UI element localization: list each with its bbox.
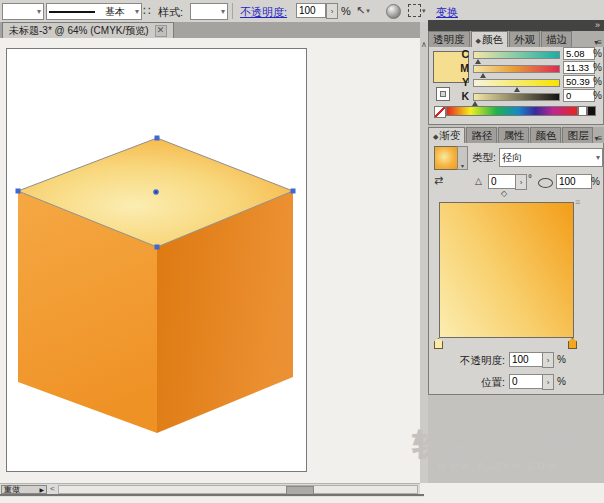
gradient-midpoint-icon[interactable]: ◇ — [501, 189, 507, 198]
cursor-icon: ↖ — [356, 4, 365, 17]
collapse-up-icon[interactable]: ∧ — [420, 40, 428, 49]
gradient-type-select[interactable]: 径向 ▾ — [499, 148, 603, 167]
stroke-profile-select[interactable]: ▾ — [2, 3, 44, 20]
gradient-swatch-thumbnail[interactable] — [434, 146, 458, 170]
horizontal-scrollbar[interactable] — [58, 485, 418, 494]
unit-c: % — [593, 48, 602, 59]
stop-location-input[interactable] — [509, 374, 543, 389]
gradient-stop-left[interactable] — [434, 338, 443, 349]
slider-k[interactable] — [473, 93, 560, 101]
channel-label-m: M — [457, 62, 469, 74]
value-m-input[interactable] — [563, 61, 595, 74]
tab-gradient[interactable]: ◆渐变 — [428, 127, 465, 143]
tab-color[interactable]: ◆颜色 — [471, 31, 508, 47]
aspect-unit: % — [591, 176, 600, 187]
document-tab-bar: 未标题-3* @ 64% (CMYK/预览) ✕ — [0, 22, 420, 38]
tab-pathfinder[interactable]: 路径 — [466, 127, 497, 143]
anchor-point-left[interactable] — [16, 189, 21, 194]
stroke-preview-line — [49, 11, 95, 13]
value-c-input[interactable] — [563, 47, 595, 60]
angle-input[interactable] — [488, 174, 516, 189]
channel-label-k: K — [457, 90, 469, 102]
tab-layers[interactable]: 图层 — [562, 127, 593, 143]
align-box-icon — [408, 4, 421, 17]
color-panel-content: C % M % Y % K % — [428, 47, 604, 125]
close-icon[interactable]: ✕ — [155, 25, 167, 37]
proportions-icon[interactable]: ∷ — [143, 4, 151, 18]
dock-gutter: ∧ — [420, 22, 428, 483]
anchor-point-top[interactable] — [155, 136, 160, 141]
value-y-input[interactable] — [563, 75, 595, 88]
brush-label: 基本 — [105, 5, 125, 19]
chevron-down-icon: ▾ — [135, 7, 139, 16]
tab-stroke[interactable]: 描边 — [541, 31, 572, 47]
chevron-down-icon: ▾ — [366, 7, 370, 15]
style-select[interactable]: ▾ — [190, 3, 228, 20]
angle-spinner[interactable]: › — [515, 174, 527, 190]
scroll-left-icon[interactable]: < — [50, 484, 55, 493]
color-panel-tabs: 透明度 ◆颜色 外观 描边 ▾≡ — [428, 31, 604, 48]
chevron-down-icon: ▾ — [596, 153, 600, 162]
opacity-spinner[interactable]: › — [326, 3, 338, 19]
channel-label-c: C — [457, 48, 469, 60]
opacity-input[interactable] — [296, 3, 326, 18]
gradient-type-value: 径向 — [502, 151, 522, 165]
gradient-stop-right[interactable] — [568, 338, 577, 349]
tab-attributes[interactable]: 属性 — [498, 127, 529, 143]
collapse-to-icons-icon[interactable]: » — [595, 20, 600, 30]
angle-unit: ° — [528, 173, 532, 184]
status-display[interactable]: 重做 ▶ — [1, 485, 47, 494]
black-swatch[interactable] — [587, 106, 596, 116]
anchor-point-bottom[interactable] — [155, 245, 160, 250]
stop-opacity-spinner[interactable]: › — [542, 352, 554, 368]
anchor-point-right[interactable] — [291, 189, 296, 194]
white-swatch[interactable] — [578, 106, 587, 116]
recolor-artwork-button[interactable] — [386, 4, 401, 19]
align-button[interactable]: ▾ — [408, 4, 426, 17]
illustrator-window: ▾ 基本 ▾ ∷ 样式: ▾ 不透明度: › % ↖ ▾ ▾ 变换 — [0, 0, 604, 503]
stop-location-unit: % — [557, 376, 566, 387]
unit-k: % — [593, 90, 602, 101]
slider-m-thumb[interactable] — [480, 70, 486, 78]
stroke-swatch-hole — [440, 91, 446, 97]
chevron-down-icon: ▾ — [221, 7, 225, 16]
stroke-swatch[interactable] — [436, 87, 450, 101]
stop-opacity-input[interactable] — [509, 352, 543, 367]
toolbar-separator — [232, 3, 233, 19]
tab-color-2[interactable]: 颜色 — [530, 127, 561, 143]
tab-transparency[interactable]: 透明度 — [428, 31, 470, 47]
value-k-input[interactable] — [563, 89, 595, 102]
slider-k-thumb[interactable] — [472, 98, 478, 106]
color-spectrum-bar[interactable] — [446, 106, 578, 116]
brush-definition-select[interactable]: 基本 ▾ — [46, 3, 142, 20]
gradient-slider-bar[interactable] — [439, 202, 574, 338]
select-similar-button[interactable]: ↖ ▾ — [356, 4, 370, 17]
style-label: 样式: — [158, 5, 183, 20]
slider-y-thumb[interactable] — [514, 84, 520, 92]
slider-c-thumb[interactable] — [475, 56, 481, 64]
gradient-swatch-menu[interactable]: ▾ — [457, 146, 468, 170]
reverse-gradient-icon[interactable]: ⇄ — [434, 174, 443, 187]
opacity-link[interactable]: 不透明度: — [240, 5, 287, 20]
gradient-panel-content: ▾ 类型: 径向 ▾ ⇄ △ › ° % ◇ ≡ 不透明度: › % 位置 — [428, 143, 604, 395]
slider-y[interactable] — [473, 79, 560, 87]
flyout-icon[interactable]: ▶ — [39, 486, 44, 493]
stop-location-spinner[interactable]: › — [542, 374, 554, 390]
transform-link[interactable]: 变换 — [436, 5, 458, 20]
recolor-sphere-icon — [386, 4, 401, 19]
slider-m[interactable] — [473, 65, 560, 73]
aspect-input[interactable] — [556, 174, 592, 189]
panel-menu-icon[interactable]: ▾≡ — [594, 38, 604, 47]
document-tab[interactable]: 未标题-3* @ 64% (CMYK/预览) ✕ — [2, 22, 174, 39]
panel-menu-icon[interactable]: ▾≡ — [594, 134, 604, 143]
canvas-area[interactable] — [0, 38, 420, 483]
status-bar: 重做 ▶ < — [0, 483, 604, 494]
gradient-center-dot — [155, 191, 157, 193]
slider-c[interactable] — [473, 51, 560, 59]
panel-dock: » 透明度 ◆颜色 外观 描边 ▾≡ C % M % — [428, 20, 604, 483]
tab-appearance[interactable]: 外观 — [509, 31, 540, 47]
none-swatch[interactable] — [434, 106, 446, 118]
tab-focus-marker: ◆ — [476, 37, 481, 44]
stop-opacity-label: 不透明度: — [429, 354, 505, 368]
artwork-svg — [0, 38, 420, 483]
